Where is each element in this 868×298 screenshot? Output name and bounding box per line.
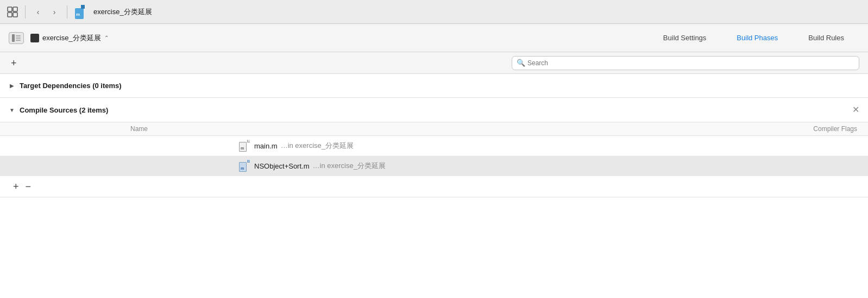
- tab-build-rules[interactable]: Build Rules: [793, 24, 859, 52]
- file-row-nsobject[interactable]: m NSObject+Sort.m …in exercise_分类延展: [0, 156, 868, 176]
- tab-build-phases[interactable]: Build Phases: [721, 24, 793, 52]
- chevron-down-icon: ▼: [9, 107, 15, 113]
- toolbar-divider-2: [67, 5, 67, 18]
- svg-rect-5: [16, 35, 21, 36]
- tabs-container: Build Settings Build Phases Build Rules: [648, 24, 859, 52]
- chevron-right-icon: ▶: [9, 83, 15, 89]
- target-chevron-icon: ⌃: [104, 35, 109, 41]
- toolbar-divider: [25, 5, 26, 18]
- file-row-main[interactable]: m main.m …in exercise_分类延展: [0, 136, 868, 156]
- col-name-header: Name: [130, 125, 749, 133]
- sidebar-toggle-button[interactable]: [9, 32, 24, 44]
- project-title: exercise_分类延展: [93, 7, 152, 17]
- content-toolbar: + 🔍: [0, 52, 868, 74]
- grid-icon[interactable]: [7, 6, 18, 18]
- section-close-button[interactable]: ✕: [852, 105, 859, 114]
- search-icon: 🔍: [517, 59, 525, 67]
- file-name-main: main.m: [254, 142, 278, 150]
- col-flags-header: Compiler Flags: [749, 125, 857, 133]
- file-icon-main: m: [239, 140, 250, 152]
- forward-button[interactable]: ›: [48, 6, 60, 18]
- section-compile-sources-header[interactable]: ▼ Compile Sources (2 items) ✕: [0, 98, 868, 122]
- svg-rect-6: [16, 38, 21, 39]
- top-toolbar: ‹ › m exercise_分类延展: [0, 0, 868, 24]
- table-footer: + −: [0, 176, 868, 197]
- search-box: 🔍: [512, 56, 859, 70]
- file-icon-nsobject: m: [239, 160, 250, 172]
- section-target-dependencies-header[interactable]: ▶ Target Dependencies (0 items): [0, 74, 868, 97]
- svg-rect-7: [16, 40, 21, 41]
- target-icon: [30, 34, 39, 42]
- file-name-nsobject: NSObject+Sort.m: [254, 162, 310, 170]
- section-compile-sources-title: Compile Sources (2 items): [20, 106, 108, 114]
- svg-rect-4: [12, 34, 15, 42]
- section-compile-sources: ▼ Compile Sources (2 items) ✕ Name Compi…: [0, 98, 868, 197]
- file-table-header: Name Compiler Flags: [0, 122, 868, 136]
- target-selector[interactable]: exercise_分类延展 ⌃: [30, 33, 109, 43]
- search-input[interactable]: [527, 59, 854, 67]
- target-name: exercise_分类延展: [42, 33, 101, 43]
- remove-file-button[interactable]: −: [23, 182, 34, 191]
- svg-rect-0: [8, 7, 12, 11]
- section-target-dependencies: ▶ Target Dependencies (0 items): [0, 74, 868, 98]
- add-file-button[interactable]: +: [11, 182, 21, 191]
- file-icon: m: [74, 5, 86, 19]
- file-path-main: …in exercise_分类延展: [281, 141, 354, 151]
- add-phase-button[interactable]: +: [9, 58, 19, 68]
- svg-rect-1: [13, 7, 17, 11]
- svg-rect-2: [8, 13, 12, 17]
- main-content: ▶ Target Dependencies (0 items) ▼ Compil…: [0, 74, 868, 298]
- file-path-nsobject: …in exercise_分类延展: [313, 161, 386, 171]
- svg-rect-3: [13, 13, 17, 17]
- back-button[interactable]: ‹: [32, 6, 44, 18]
- section-target-dependencies-title: Target Dependencies (0 items): [20, 82, 122, 90]
- tabs-bar: exercise_分类延展 ⌃ Build Settings Build Pha…: [0, 24, 868, 52]
- tab-build-settings[interactable]: Build Settings: [648, 24, 722, 52]
